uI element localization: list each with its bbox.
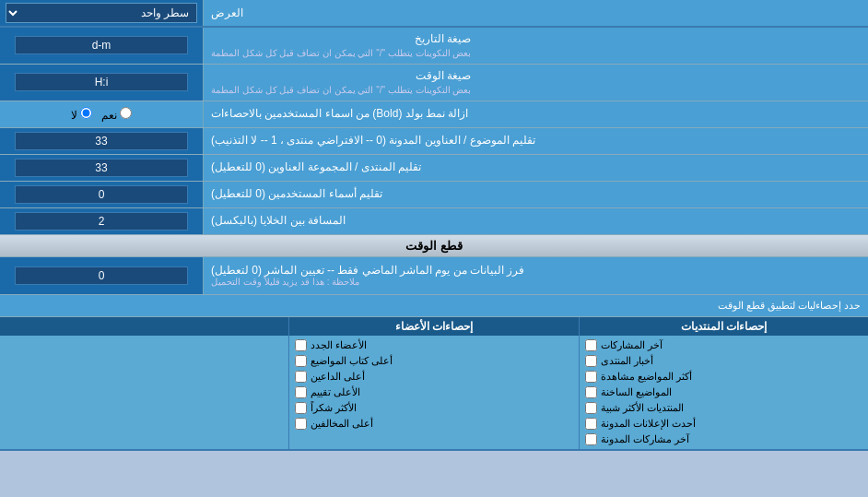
radio-yes[interactable] bbox=[120, 107, 132, 119]
topics-align-row: تقليم الموضوع / العناوين المدونة (0 -- ا… bbox=[0, 128, 868, 155]
forum-align-text: تقليم المنتدى / المجموعة العناوين (0 للت… bbox=[211, 160, 421, 175]
checkboxes-section: إحصاءات المنتديات آخر المشاركات أخبار ال… bbox=[0, 317, 868, 451]
radio-no-label: لا bbox=[71, 107, 92, 122]
list-item: الأعضاء الجدد bbox=[293, 337, 574, 353]
checkbox-most-thanked[interactable] bbox=[295, 402, 307, 414]
time-cut-row: فرز البيانات من يوم الماشر الماضي فقط --… bbox=[0, 257, 868, 295]
time-cut-header: قطع الوقت bbox=[0, 235, 868, 257]
forum-align-label: تقليم المنتدى / المجموعة العناوين (0 للت… bbox=[203, 155, 868, 181]
bold-remove-row: ازالة نمط بولد (Bold) من اسماء المستخدمي… bbox=[0, 101, 868, 128]
time-format-input[interactable] bbox=[15, 73, 187, 91]
stats-limit-row: حدد إحصاءليات لتطبيق قطع الوقت bbox=[0, 295, 868, 317]
forum-align-row: تقليم المنتدى / المجموعة العناوين (0 للت… bbox=[0, 155, 868, 182]
list-item: آخر مشاركات المدونة bbox=[583, 432, 864, 447]
date-format-sub-label: بعض التكوينات يتطلب "/" التي يمكن ان تضا… bbox=[211, 47, 471, 60]
bold-remove-radio-cell: نعم لا bbox=[0, 101, 203, 127]
date-format-label: صيغة التاريخ بعض التكوينات يتطلب "/" الت… bbox=[203, 28, 868, 64]
time-cut-sub-label: ملاحظة : هذا قد يزيد قليلاً وقت التحميل bbox=[211, 277, 359, 287]
cb-col-members: إحصاءات الأعضاء الأعضاء الجدد أعلى كتاب … bbox=[288, 317, 578, 449]
list-item: أعلى الداعين bbox=[293, 369, 574, 385]
cb-col-extra-items bbox=[0, 336, 288, 446]
list-item: أعلى المخالفين bbox=[293, 416, 574, 432]
users-align-row: تقليم أسماء المستخدمين (0 للتعطيل) bbox=[0, 182, 868, 208]
time-cut-input-cell bbox=[0, 257, 203, 294]
cb-col-forums-items: آخر المشاركات أخبار المنتدى أكثر المواضي… bbox=[580, 336, 868, 449]
time-format-sub-label: بعض التكوينات يتطلب "/" التي يمكن ان تضا… bbox=[211, 84, 471, 97]
top-row: العرض سطر واحد سطرين ثلاثة أسطر bbox=[0, 0, 868, 28]
main-container: العرض سطر واحد سطرين ثلاثة أسطر صيغة الت… bbox=[0, 0, 868, 451]
list-item: الأعلى تقييم bbox=[293, 385, 574, 400]
users-align-input-cell bbox=[0, 182, 203, 207]
checkbox-new-members[interactable] bbox=[295, 339, 307, 351]
time-cut-label: فرز البيانات من يوم الماشر الماضي فقط --… bbox=[203, 257, 868, 294]
date-format-row: صيغة التاريخ بعض التكوينات يتطلب "/" الت… bbox=[0, 28, 868, 65]
cells-distance-label: المسافة بين الخلايا (بالبكسل) bbox=[203, 208, 868, 234]
time-format-row: صيغة الوقت بعض التكوينات يتطلب "/" التي … bbox=[0, 65, 868, 101]
bold-remove-label: ازالة نمط بولد (Bold) من اسماء المستخدمي… bbox=[203, 101, 868, 127]
list-item: أعلى كتاب المواضيع bbox=[293, 353, 574, 369]
time-format-label: صيغة الوقت بعض التكوينات يتطلب "/" التي … bbox=[203, 65, 868, 101]
checkbox-top-rated[interactable] bbox=[295, 386, 307, 398]
list-item: أخبار المنتدى bbox=[583, 353, 864, 369]
checkbox-latest-announcements[interactable] bbox=[585, 418, 597, 430]
time-cut-input[interactable] bbox=[15, 266, 187, 285]
users-align-text: تقليم أسماء المستخدمين (0 للتعطيل) bbox=[211, 186, 382, 202]
list-item: المنتديات الأكثر شبية bbox=[583, 400, 864, 416]
radio-yes-label: نعم bbox=[101, 107, 132, 122]
time-format-main-label: صيغة الوقت bbox=[211, 68, 471, 84]
cb-col-forums: إحصاءات المنتديات آخر المشاركات أخبار ال… bbox=[579, 317, 868, 449]
topics-align-input[interactable] bbox=[15, 132, 187, 150]
date-format-input[interactable] bbox=[15, 36, 187, 54]
list-item: آخر المشاركات bbox=[583, 337, 864, 353]
cb-col-members-header: إحصاءات الأعضاء bbox=[289, 317, 578, 336]
cells-distance-input-cell bbox=[0, 208, 203, 234]
topics-align-input-cell bbox=[0, 128, 203, 154]
cb-col-extra bbox=[0, 317, 288, 449]
forum-align-input[interactable] bbox=[15, 159, 187, 177]
main-label: العرض bbox=[203, 0, 868, 26]
title-text: العرض bbox=[211, 6, 243, 19]
checkbox-forum-news[interactable] bbox=[585, 355, 597, 367]
users-align-label: تقليم أسماء المستخدمين (0 للتعطيل) bbox=[203, 182, 868, 207]
topics-align-text: تقليم الموضوع / العناوين المدونة (0 -- ا… bbox=[211, 133, 535, 148]
stats-limit-label: حدد إحصاءليات لتطبيق قطع الوقت bbox=[0, 297, 868, 314]
checkbox-hot-topics[interactable] bbox=[585, 386, 597, 398]
cells-distance-row: المسافة بين الخلايا (بالبكسل) bbox=[0, 208, 868, 235]
list-item: الأكثر شكراً bbox=[293, 400, 574, 416]
date-format-main-label: صيغة التاريخ bbox=[211, 31, 471, 47]
checkbox-most-viewed[interactable] bbox=[585, 371, 597, 383]
radio-no[interactable] bbox=[80, 107, 92, 119]
topics-align-label: تقليم الموضوع / العناوين المدونة (0 -- ا… bbox=[203, 128, 868, 154]
date-format-input-cell bbox=[0, 28, 203, 64]
checkbox-last-blog-posts[interactable] bbox=[585, 433, 597, 445]
list-item: أحدث الإعلانات المدونة bbox=[583, 416, 864, 432]
time-format-input-cell bbox=[0, 65, 203, 101]
list-item: المواضيع الساخنة bbox=[583, 385, 864, 400]
checkbox-top-inviters[interactable] bbox=[295, 371, 307, 383]
display-type-select[interactable]: سطر واحد سطرين ثلاثة أسطر bbox=[6, 3, 197, 23]
list-item: أكثر المواضيع مشاهدة bbox=[583, 369, 864, 385]
checkboxes-columns: إحصاءات المنتديات آخر المشاركات أخبار ال… bbox=[0, 317, 868, 449]
cells-distance-input[interactable] bbox=[15, 212, 187, 231]
bold-remove-text: ازالة نمط بولد (Bold) من اسماء المستخدمي… bbox=[211, 106, 468, 122]
display-type-cell: سطر واحد سطرين ثلاثة أسطر bbox=[0, 0, 203, 26]
checkbox-last-posts[interactable] bbox=[585, 339, 597, 351]
cb-col-forums-header: إحصاءات المنتديات bbox=[580, 317, 868, 336]
users-align-input[interactable] bbox=[15, 185, 187, 204]
time-cut-main-label: فرز البيانات من يوم الماشر الماضي فقط --… bbox=[211, 264, 524, 277]
checkbox-most-popular-forums[interactable] bbox=[585, 402, 597, 414]
cb-col-extra-header bbox=[0, 317, 288, 336]
checkbox-top-violators[interactable] bbox=[295, 418, 307, 430]
cb-col-members-items: الأعضاء الجدد أعلى كتاب المواضيع أعلى ال… bbox=[289, 336, 578, 433]
forum-align-input-cell bbox=[0, 155, 203, 181]
cells-distance-text: المسافة بين الخلايا (بالبكسل) bbox=[211, 213, 346, 229]
checkbox-top-topic-writers[interactable] bbox=[295, 355, 307, 367]
